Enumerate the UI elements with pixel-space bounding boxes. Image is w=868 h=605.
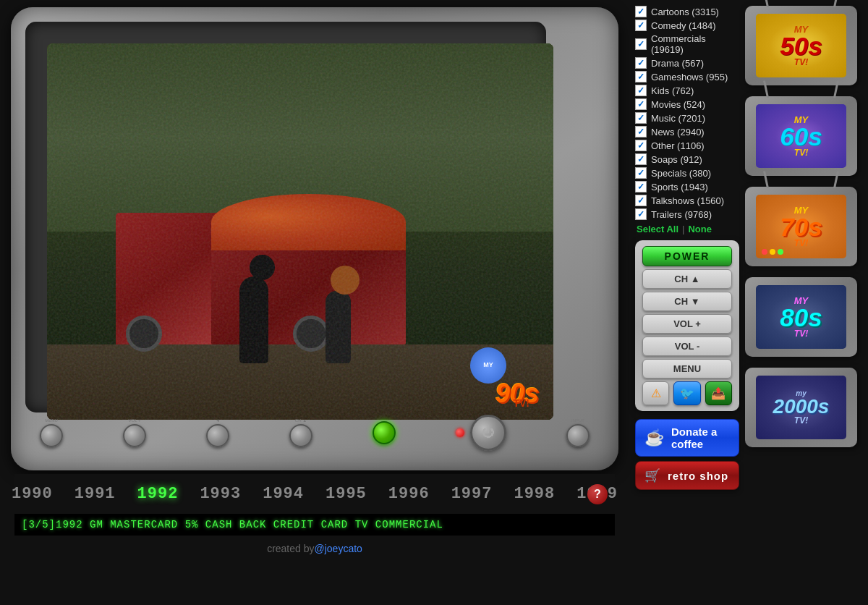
side-tv-50s[interactable]: MY 50s TV! [745, 6, 861, 85]
logo-80s: MY 80s TV! [756, 285, 846, 349]
help-button[interactable]: ? [587, 484, 608, 504]
ch-up-button[interactable]: CH ▲ [642, 269, 732, 289]
checkbox-music[interactable]: ✓ [635, 112, 647, 124]
vol-label: VOL + [129, 418, 141, 423]
donate-label: Donate a coffee [671, 426, 730, 450]
creator-text: created by [267, 543, 314, 554]
logo-tv-text: TV! [513, 397, 529, 409]
category-sports[interactable]: ✓ Sports (1943) [635, 181, 739, 192]
checkbox-movies[interactable]: ✓ [635, 98, 647, 110]
silhouette-head-1 [250, 255, 275, 280]
checkbox-specials[interactable]: ✓ [635, 167, 647, 179]
checkbox-talkshows[interactable]: ✓ [635, 195, 647, 206]
tv-80s-screen: MY 80s TV! [756, 285, 846, 349]
side-tv-2000s[interactable]: my 2000s TV! [745, 368, 861, 447]
tv-ch-up-button[interactable] [289, 424, 312, 447]
remote-icon-row: ⚠ 🐦 📤 [642, 381, 732, 405]
side-tv-80s[interactable]: MY 80s TV! [745, 277, 861, 357]
ch-down-button[interactable]: CH ▼ [642, 292, 732, 311]
checkbox-trailers[interactable]: ✓ [635, 208, 647, 220]
cart-icon: 🛒 [644, 468, 660, 483]
warning-icon: ⚠ [651, 386, 661, 400]
donate-button[interactable]: ☕ Donate a coffee [635, 419, 739, 457]
share-button[interactable]: 📤 [705, 381, 732, 405]
year-1993[interactable]: 1993 [200, 485, 241, 503]
year-1997[interactable]: 1997 [451, 485, 493, 503]
checkbox-commercials[interactable]: ✓ [635, 38, 647, 50]
silhouette-1 [239, 276, 268, 363]
category-comedy[interactable]: ✓ Comedy (1484) [635, 20, 739, 31]
right-sidebar: ✓ Cartoons (3315) ✓ Comedy (1484) ✓ Comm… [629, 0, 868, 605]
checkbox-news[interactable]: ✓ [635, 126, 647, 138]
year-1994[interactable]: 1994 [263, 485, 304, 503]
category-soaps[interactable]: ✓ Soaps (912) [635, 153, 739, 165]
checkbox-drama[interactable]: ✓ [635, 57, 647, 69]
side-tv-70s[interactable]: MY 70s TV! [745, 187, 861, 266]
checkbox-gameshows[interactable]: ✓ [635, 71, 647, 82]
year-1996[interactable]: 1996 [388, 485, 430, 503]
year-1995[interactable]: 1995 [326, 485, 367, 503]
power-button[interactable]: POWER [642, 246, 732, 266]
creator-credit: created by @joeycato [14, 536, 615, 561]
vol-down-label: ◄ [216, 418, 220, 423]
category-talkshows[interactable]: ✓ Talkshows (1560) [635, 195, 739, 206]
scene-truck [98, 156, 452, 344]
category-drama[interactable]: ✓ Drama (567) [635, 57, 739, 69]
category-commercials[interactable]: ✓ Commercials (19619) [635, 33, 739, 55]
checkbox-other[interactable]: ✓ [635, 140, 647, 151]
tv-80s-body: MY 80s TV! [745, 277, 857, 357]
checkbox-kids[interactable]: ✓ [635, 85, 647, 96]
tv-set: MY 90s TV! MENU VOL + [11, 7, 618, 470]
twitter-button[interactable]: 🐦 [673, 381, 700, 405]
tv-50s-body: MY 50s TV! [745, 6, 857, 85]
warning-button[interactable]: ⚠ [642, 381, 669, 405]
tv-screen-bezel: MY 90s TV! [25, 22, 546, 412]
truck-wheel-right [293, 316, 329, 352]
checkbox-sports[interactable]: ✓ [635, 181, 647, 192]
checkbox-cartoons[interactable]: ✓ [635, 6, 647, 17]
app-container: MY 90s TV! MENU VOL + [0, 0, 868, 605]
category-music[interactable]: ✓ Music (7201) [635, 112, 739, 124]
checkbox-soaps[interactable]: ✓ [635, 153, 647, 165]
year-1998[interactable]: 1998 [514, 485, 555, 503]
creator-handle[interactable]: @joeycato [315, 543, 362, 554]
side-tv-60s[interactable]: MY 60s TV! [745, 96, 861, 176]
category-trailers[interactable]: ✓ Trailers (9768) [635, 208, 739, 220]
category-gameshows[interactable]: ✓ Gameshows (955) [635, 71, 739, 82]
vol-down-button[interactable]: VOL - [642, 337, 732, 356]
silhouette-2 [326, 291, 351, 363]
logo-60s: MY 60s TV! [756, 104, 846, 168]
category-specials[interactable]: ✓ Specials (380) [635, 167, 739, 179]
category-other[interactable]: ✓ Other (1106) [635, 140, 739, 151]
tv-input-button[interactable] [566, 424, 590, 447]
power-led [373, 421, 396, 444]
menu-label: MENU [45, 418, 58, 423]
vol-up-button[interactable]: VOL + [642, 314, 732, 334]
tv-2000s-screen: my 2000s TV! [756, 376, 846, 439]
retro-shop-button[interactable]: 🛒 retro shop [635, 461, 739, 490]
right-top-section: ✓ Cartoons (3315) ✓ Comedy (1484) ✓ Comm… [635, 6, 864, 492]
category-movies[interactable]: ✓ Movies (524) [635, 98, 739, 110]
category-cartoons[interactable]: ✓ Cartoons (3315) [635, 6, 739, 17]
twitter-icon: 🐦 [680, 386, 694, 400]
select-all-button[interactable]: Select All [637, 224, 678, 234]
truck-wheel-left [126, 316, 162, 352]
tv-60s-screen: MY 60s TV! [756, 104, 846, 168]
year-1992[interactable]: 1992 [137, 485, 179, 503]
silhouette-head-2 [331, 266, 359, 295]
select-none-button[interactable]: None [688, 224, 712, 234]
menu-button-remote[interactable]: MENU [642, 359, 732, 378]
menu-button[interactable] [40, 424, 63, 447]
screen-logo: MY 90s TV! [456, 337, 542, 409]
tv-area: MY 90s TV! MENU VOL + [0, 0, 629, 605]
tv-power-button[interactable]: ⏻ [470, 415, 506, 451]
checkbox-comedy[interactable]: ✓ [635, 20, 647, 31]
tv-70s-body: MY 70s TV! [745, 187, 857, 266]
year-1991[interactable]: 1991 [75, 485, 116, 503]
year-1990[interactable]: 1990 [12, 485, 53, 503]
category-kids[interactable]: ✓ Kids (762) [635, 85, 739, 96]
tv-vol-up-button[interactable] [123, 424, 146, 447]
category-news[interactable]: ✓ News (2940) [635, 126, 739, 138]
tv-vol-down-button[interactable] [206, 424, 229, 447]
tv-2000s-body: my 2000s TV! [745, 368, 857, 447]
